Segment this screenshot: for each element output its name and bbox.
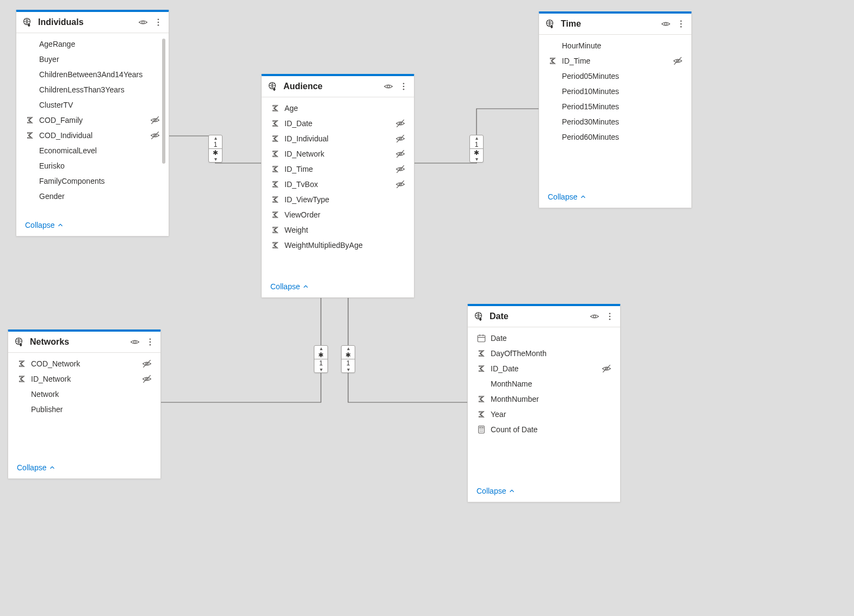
relationship-badge-networks-audience[interactable]: ▴✱1▾	[314, 345, 328, 373]
collapse-button[interactable]: Collapse	[476, 487, 516, 495]
field-row[interactable]: ID_Time	[539, 53, 691, 69]
field-list: HourMinuteID_TimePeriod05MinutesPeriod10…	[539, 35, 691, 187]
scrollbar[interactable]	[162, 39, 165, 164]
spacer-icon	[602, 425, 611, 434]
field-row[interactable]: ClusterTV	[16, 97, 169, 113]
field-row[interactable]: MonthName	[468, 376, 620, 391]
hidden-icon[interactable]	[395, 119, 405, 128]
spacer-icon	[150, 85, 160, 95]
table-icon	[546, 18, 555, 30]
more-options-icon[interactable]	[605, 312, 615, 321]
hidden-icon[interactable]	[142, 359, 152, 369]
table-header[interactable]: Networks	[8, 332, 160, 353]
field-row[interactable]: Period60Minutes	[539, 129, 691, 145]
more-options-icon[interactable]	[153, 17, 163, 27]
more-options-icon[interactable]	[676, 19, 686, 29]
hidden-icon[interactable]	[395, 164, 405, 174]
field-name: ChildrenLessThan3Years	[39, 85, 146, 94]
collapse-button[interactable]: Collapse	[548, 192, 587, 201]
visibility-icon[interactable]	[383, 82, 393, 91]
hidden-icon[interactable]	[395, 149, 405, 159]
hidden-icon[interactable]	[602, 364, 611, 374]
field-row[interactable]: ViewOrder	[262, 207, 414, 222]
field-row[interactable]: HourMinute	[539, 38, 691, 53]
field-row[interactable]: WeightMultipliedByAge	[262, 238, 414, 253]
field-row[interactable]: EconomicalLevel	[16, 143, 169, 158]
field-row[interactable]: ID_ViewType	[262, 192, 414, 207]
field-row[interactable]: ID_Individual	[262, 131, 414, 146]
field-row[interactable]: Buyer	[16, 52, 169, 67]
table-card-date[interactable]: DateDateDayOfTheMonthID_DateMonthNameMon…	[467, 304, 621, 502]
relationship-badge-time-audience[interactable]: ▴1✱▾	[469, 135, 484, 163]
field-row[interactable]: COD_Individual	[16, 128, 169, 143]
field-row[interactable]: ID_Network	[262, 146, 414, 161]
relationship-badge-date-audience[interactable]: ▴✱1▾	[341, 345, 355, 373]
table-header[interactable]: Date	[468, 306, 620, 327]
field-row[interactable]: Year	[468, 407, 620, 422]
table-card-time[interactable]: TimeHourMinuteID_TimePeriod05MinutesPeri…	[539, 11, 692, 208]
sigma-icon	[270, 134, 280, 144]
field-row[interactable]: ID_TvBox	[262, 177, 414, 192]
hidden-icon[interactable]	[673, 56, 683, 66]
field-row[interactable]: Period15Minutes	[539, 99, 691, 114]
field-row[interactable]: Gender	[16, 189, 169, 204]
sigma-icon	[476, 349, 486, 358]
field-row[interactable]: DayOfTheMonth	[468, 346, 620, 361]
relationship-badge-individuals-audience[interactable]: ▴1✱▾	[208, 135, 222, 163]
field-row[interactable]: Age	[262, 101, 414, 116]
more-options-icon[interactable]	[145, 337, 155, 347]
spacer-icon	[150, 100, 160, 110]
hidden-icon[interactable]	[150, 115, 160, 125]
field-name: Buyer	[39, 55, 146, 64]
table-card-networks[interactable]: NetworksCOD_NetworkID_NetworkNetworkPubl…	[8, 329, 161, 479]
field-row[interactable]: MonthNumber	[468, 391, 620, 407]
more-options-icon[interactable]	[399, 82, 409, 91]
table-header[interactable]: Individuals	[16, 12, 169, 33]
hidden-icon[interactable]	[395, 179, 405, 189]
table-icon	[23, 16, 33, 28]
visibility-icon[interactable]	[590, 312, 599, 321]
table-card-individuals[interactable]: IndividualsAgeRangeBuyerChildrenBetween3…	[16, 10, 169, 237]
field-row[interactable]: FamilyComponents	[16, 173, 169, 189]
field-row[interactable]: ChildrenLessThan3Years	[16, 82, 169, 97]
hidden-icon[interactable]	[150, 130, 160, 140]
sigma-icon	[548, 56, 558, 66]
sigma-icon	[270, 210, 280, 220]
field-row[interactable]: COD_Network	[8, 356, 160, 371]
spacer-icon	[602, 409, 611, 419]
visibility-icon[interactable]	[130, 337, 140, 347]
collapse-label: Collapse	[25, 221, 54, 229]
field-row[interactable]: Publisher	[8, 402, 160, 417]
field-row[interactable]: ID_Time	[262, 161, 414, 177]
field-row[interactable]: Period05Minutes	[539, 69, 691, 84]
field-row[interactable]: Weight	[262, 222, 414, 238]
field-row[interactable]: Network	[8, 387, 160, 402]
table-card-audience[interactable]: AudienceAgeID_DateID_IndividualID_Networ…	[261, 74, 414, 298]
table-title: Networks	[30, 337, 125, 347]
field-row[interactable]: Period10Minutes	[539, 84, 691, 99]
hidden-icon[interactable]	[142, 374, 152, 384]
field-row[interactable]: AgeRange	[16, 36, 169, 52]
visibility-icon[interactable]	[138, 17, 148, 27]
field-row[interactable]: ID_Date	[468, 361, 620, 376]
field-name: AgeRange	[39, 40, 146, 48]
collapse-button[interactable]: Collapse	[270, 282, 310, 291]
field-row[interactable]: ID_Network	[8, 371, 160, 387]
spacer-icon	[150, 161, 160, 171]
field-row[interactable]: ID_Date	[262, 116, 414, 131]
model-canvas[interactable]: ▴1✱▾ ▴1✱▾ ▴✱1▾ ▴✱1▾ IndividualsAgeRangeB…	[0, 0, 854, 616]
field-row[interactable]: Count of Date	[468, 422, 620, 437]
field-row[interactable]: ChildrenBetween3And14Years	[16, 67, 169, 82]
collapse-button[interactable]: Collapse	[17, 463, 56, 472]
chevron-up-icon	[508, 487, 516, 495]
table-header[interactable]: Time	[539, 14, 691, 35]
collapse-button[interactable]: Collapse	[25, 221, 64, 229]
visibility-icon[interactable]	[661, 19, 671, 29]
field-name: ID_Date	[284, 119, 391, 128]
field-row[interactable]: Period30Minutes	[539, 114, 691, 129]
field-row[interactable]: Date	[468, 331, 620, 346]
field-row[interactable]: Eurisko	[16, 158, 169, 173]
table-header[interactable]: Audience	[262, 76, 414, 97]
hidden-icon[interactable]	[395, 134, 405, 144]
field-row[interactable]: COD_Family	[16, 113, 169, 128]
